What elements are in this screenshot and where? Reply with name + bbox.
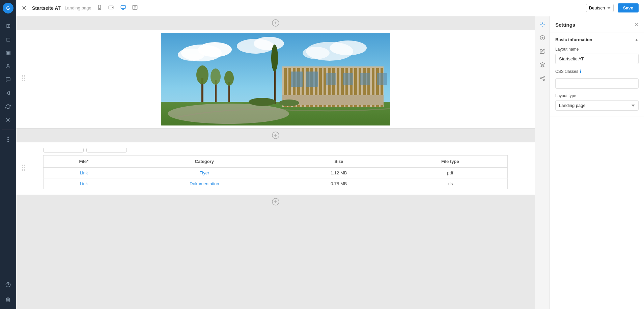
add-section-middle[interactable]: [16, 129, 535, 142]
css-classes-help-icon[interactable]: ℹ: [580, 69, 581, 74]
layout-name-input[interactable]: [555, 54, 639, 64]
main-wrapper: ✕ Startseite AT Landing page Deutsch Eng…: [16, 0, 644, 309]
sidebar-item-help[interactable]: [2, 279, 14, 291]
svg-point-73: [24, 165, 25, 166]
section-handle-table[interactable]: [22, 164, 26, 172]
svg-point-2: [7, 137, 9, 138]
sidebar-item-grid[interactable]: ⊞: [2, 20, 14, 32]
svg-point-62: [196, 65, 208, 84]
section-handle-image[interactable]: [22, 75, 26, 83]
col-header-filetype: File type: [393, 155, 508, 167]
device-switcher: [95, 3, 139, 13]
svg-rect-10: [121, 5, 125, 8]
settings-close-button[interactable]: ✕: [634, 22, 639, 28]
col-header-size: Size: [285, 155, 393, 167]
svg-point-22: [178, 49, 205, 61]
page-subtitle: Landing page: [65, 5, 91, 10]
table-section-content: File* Category Size File type Link Flyer: [16, 142, 535, 195]
svg-rect-54: [291, 72, 303, 87]
svg-point-0: [7, 64, 9, 66]
svg-point-3: [7, 139, 9, 140]
sidebar-item-trash[interactable]: [2, 293, 14, 306]
sidebar-logo[interactable]: G: [3, 3, 13, 13]
svg-point-14: [24, 75, 25, 77]
add-element-icon[interactable]: [537, 32, 548, 43]
device-mobile-icon[interactable]: [95, 3, 104, 13]
page-title: Startseite AT: [32, 5, 61, 11]
sidebar-item-megaphone[interactable]: [2, 87, 14, 99]
svg-point-24: [254, 37, 284, 50]
svg-point-27: [303, 47, 330, 59]
css-classes-label: CSS classes: [555, 69, 578, 74]
svg-rect-57: [343, 73, 353, 85]
svg-point-79: [542, 24, 543, 25]
edit-icon[interactable]: [537, 46, 548, 57]
canvas-wrapper: File* Category Size File type Link Flyer: [16, 16, 535, 309]
cell-size-2: 0.78 MB: [285, 178, 393, 189]
add-section-bottom[interactable]: [16, 195, 535, 208]
sidebar-item-sync[interactable]: [2, 101, 14, 113]
layers-icon[interactable]: [537, 59, 548, 70]
settings-gear-icon[interactable]: [537, 19, 548, 30]
sidebar-item-messages[interactable]: [2, 74, 14, 86]
sidebar-item-box[interactable]: ▣: [2, 47, 14, 59]
svg-point-72: [22, 165, 23, 166]
svg-point-68: [271, 45, 278, 72]
close-button[interactable]: ✕: [22, 4, 27, 12]
svg-point-76: [22, 169, 23, 171]
css-classes-input[interactable]: [555, 78, 639, 89]
basic-information-title: Basic information: [555, 37, 592, 42]
svg-point-84: [543, 79, 544, 81]
save-button[interactable]: Save: [618, 3, 639, 12]
sidebar-item-user[interactable]: [2, 60, 14, 72]
cell-file-1[interactable]: Link: [44, 167, 124, 178]
image-section-content: [16, 30, 535, 128]
right-icon-strip: [535, 16, 550, 309]
device-desktop-icon[interactable]: [118, 3, 128, 13]
sidebar-item-page[interactable]: ◻: [2, 33, 14, 45]
css-classes-label-row: CSS classes ℹ: [555, 69, 639, 74]
svg-rect-56: [326, 73, 336, 85]
cell-category-1: Flyer: [124, 167, 285, 178]
basic-information-section: Basic information ▲ Layout name CSS clas…: [550, 32, 644, 116]
device-list-icon[interactable]: [131, 3, 139, 13]
building-illustration: [161, 33, 390, 125]
table-toolbar: [43, 148, 508, 152]
table-row: Link Flyer 1.12 MB pdf: [44, 167, 508, 178]
svg-point-16: [24, 78, 25, 79]
device-tablet-icon[interactable]: [106, 3, 116, 13]
table-section: File* Category Size File type Link Flyer: [16, 142, 535, 195]
layout-type-label: Layout type: [555, 93, 639, 98]
svg-point-64: [211, 68, 221, 85]
svg-point-83: [540, 78, 542, 79]
svg-point-69: [249, 98, 276, 106]
hero-image: [161, 33, 390, 125]
sidebar-item-dots[interactable]: [2, 133, 14, 145]
right-area: Settings ✕ Basic information ▲ Layout na…: [535, 16, 644, 309]
layout-type-select[interactable]: Landing page Article Blog post Product p…: [555, 100, 639, 111]
svg-rect-58: [360, 73, 370, 85]
svg-point-26: [330, 40, 367, 55]
basic-information-header[interactable]: Basic information ▲: [550, 32, 644, 47]
settings-header: Settings ✕: [550, 16, 644, 32]
svg-point-18: [24, 80, 25, 81]
language-select[interactable]: Deutsch English: [586, 4, 614, 12]
settings-panel: Settings ✕ Basic information ▲ Layout na…: [550, 16, 644, 309]
cell-size-1: 1.12 MB: [285, 167, 393, 178]
data-table: File* Category Size File type Link Flyer: [43, 155, 508, 189]
share-icon[interactable]: [537, 73, 548, 84]
svg-point-82: [543, 76, 544, 77]
svg-point-9: [112, 7, 113, 7]
table-row: Link Dokumentation 0.78 MB xls: [44, 178, 508, 189]
content-area: File* Category Size File type Link Flyer: [16, 16, 644, 309]
cell-file-2[interactable]: Link: [44, 178, 124, 189]
table-toolbar-btn1[interactable]: [43, 148, 84, 152]
svg-point-1: [7, 119, 9, 121]
svg-point-17: [22, 80, 23, 81]
svg-point-15: [22, 78, 23, 79]
basic-information-chevron: ▲: [635, 37, 639, 42]
canvas-container: File* Category Size File type Link Flyer: [16, 16, 535, 309]
table-toolbar-btn2[interactable]: [86, 148, 127, 152]
sidebar-item-settings[interactable]: [2, 114, 14, 126]
add-section-top[interactable]: [16, 16, 535, 30]
